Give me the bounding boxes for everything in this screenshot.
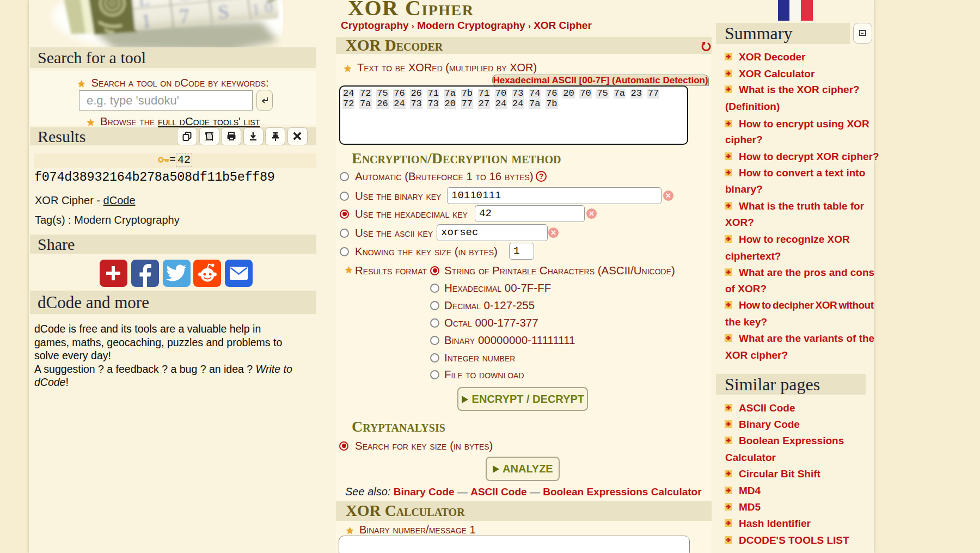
svg-text:S: S bbox=[217, 1, 230, 23]
svg-text:L: L bbox=[137, 0, 150, 10]
svg-text:7: 7 bbox=[178, 4, 191, 28]
svg-text:0: 0 bbox=[264, 0, 274, 16]
svg-text:1: 1 bbox=[140, 10, 152, 32]
svg-text:1: 1 bbox=[251, 0, 261, 19]
